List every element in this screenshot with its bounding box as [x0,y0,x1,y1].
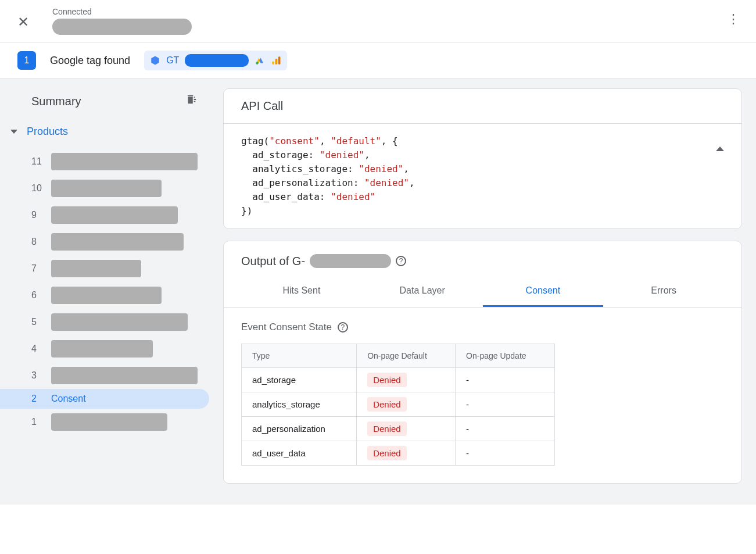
table-header: On-page Default [357,344,456,368]
event-number: 8 [31,237,43,247]
collapse-icon[interactable] [716,134,724,148]
clear-icon[interactable] [185,93,198,109]
gt-id-redacted [185,54,249,67]
content: API Call gtag("consent", "default", { ad… [209,79,756,505]
consent-table: TypeOn-page DefaultOn-page Update ad_sto… [241,344,555,466]
denied-badge: Denied [367,446,407,460]
event-label-redacted [51,367,198,384]
caret-down-icon [10,130,17,134]
svg-rect-1 [273,62,275,65]
sidebar-item[interactable]: 6 [0,282,209,309]
close-icon[interactable]: ✕ [17,7,41,30]
sidebar-item[interactable]: 7 [0,255,209,282]
svg-rect-2 [275,59,278,65]
api-call-title: API Call [241,99,283,113]
gtag-icon [150,55,160,66]
consent-section: Event Consent State ? TypeOn-page Defaul… [224,308,741,483]
sidebar-item[interactable]: 8 [0,228,209,255]
output-panel: Output of G- ? Hits SentData LayerConsen… [223,241,742,484]
consent-update: - [456,392,555,417]
more-menu-icon[interactable]: ⋮ [722,7,744,31]
tag-found-row: 1 Google tag found GT [0,42,756,79]
tag-count-badge: 1 [17,51,36,70]
event-number: 3 [31,370,43,381]
event-label-redacted [51,260,141,277]
output-header: Output of G- ? [224,241,741,268]
help-icon[interactable]: ? [396,256,406,266]
products-label: Products [27,126,68,138]
event-number: 7 [31,263,43,274]
consent-type: ad_storage [242,368,357,392]
connection-block: Connected [52,7,192,35]
event-number: 6 [31,290,43,301]
event-label: Consent [51,394,86,404]
sidebar-item[interactable]: 1 [0,409,209,435]
denied-badge: Denied [367,373,407,387]
consent-update: - [456,368,555,392]
tab-consent[interactable]: Consent [483,276,604,307]
sidebar-item[interactable]: 11 [0,148,209,175]
table-row: ad_user_dataDenied- [242,441,555,466]
event-number: 5 [31,317,43,327]
event-list: 111098765432Consent1 [0,148,209,435]
event-consent-title: Event Consent State [241,321,332,333]
connected-value-redacted [52,19,192,35]
table-row: ad_storageDenied- [242,368,555,392]
svg-rect-3 [278,56,281,65]
tab-hits-sent[interactable]: Hits Sent [241,276,362,307]
consent-update: - [456,441,555,466]
analytics-icon [271,55,281,66]
consent-default: Denied [357,392,456,417]
connected-label: Connected [52,7,192,16]
api-call-header: API Call [224,89,741,124]
sidebar: Summary Products 111098765432Consent1 [0,79,209,505]
sidebar-item[interactable]: 10 [0,175,209,202]
consent-default: Denied [357,417,456,441]
consent-update: - [456,417,555,441]
sidebar-item-consent[interactable]: 2Consent [0,389,209,409]
event-number: 9 [31,210,43,220]
table-row: analytics_storageDenied- [242,392,555,417]
sidebar-item[interactable]: 3 [0,362,209,389]
gt-prefix: GT [166,55,179,66]
tab-errors[interactable]: Errors [603,276,724,307]
consent-type: ad_personalization [242,417,357,441]
event-number: 4 [31,344,43,354]
table-header: On-page Update [456,344,555,368]
consent-type: analytics_storage [242,392,357,417]
event-label-redacted [51,180,162,197]
consent-default: Denied [357,441,456,466]
api-call-panel: API Call gtag("consent", "default", { ad… [223,88,742,229]
help-icon[interactable]: ? [338,322,348,333]
event-number: 2 [31,394,43,404]
main-area: Summary Products 111098765432Consent1 AP… [0,79,756,505]
denied-badge: Denied [367,421,407,436]
api-call-code: gtag("consent", "default", { ad_storage:… [224,124,741,228]
tag-found-text: Google tag found [50,55,130,67]
tag-pill[interactable]: GT [144,51,287,70]
event-number: 11 [31,156,43,167]
sidebar-item[interactable]: 9 [0,202,209,228]
svg-point-0 [256,62,259,65]
tab-data-layer[interactable]: Data Layer [362,276,483,307]
event-label-redacted [51,233,184,251]
table-header: Type [242,344,357,368]
sidebar-item[interactable]: 5 [0,309,209,335]
sidebar-item[interactable]: 4 [0,335,209,362]
table-row: ad_personalizationDenied- [242,417,555,441]
summary-title[interactable]: Summary [31,95,81,108]
output-tabs: Hits SentData LayerConsentErrors [224,276,741,308]
event-number: 10 [31,183,43,194]
event-number: 1 [31,417,43,427]
output-id-redacted [310,254,391,268]
event-label-redacted [51,313,188,331]
event-label-redacted [51,340,153,358]
denied-badge: Denied [367,397,407,412]
event-label-redacted [51,153,198,170]
event-label-redacted [51,206,178,224]
event-label-redacted [51,413,167,431]
event-label-redacted [51,287,162,304]
consent-default: Denied [357,368,456,392]
products-header[interactable]: Products [0,126,209,138]
consent-type: ad_user_data [242,441,357,466]
